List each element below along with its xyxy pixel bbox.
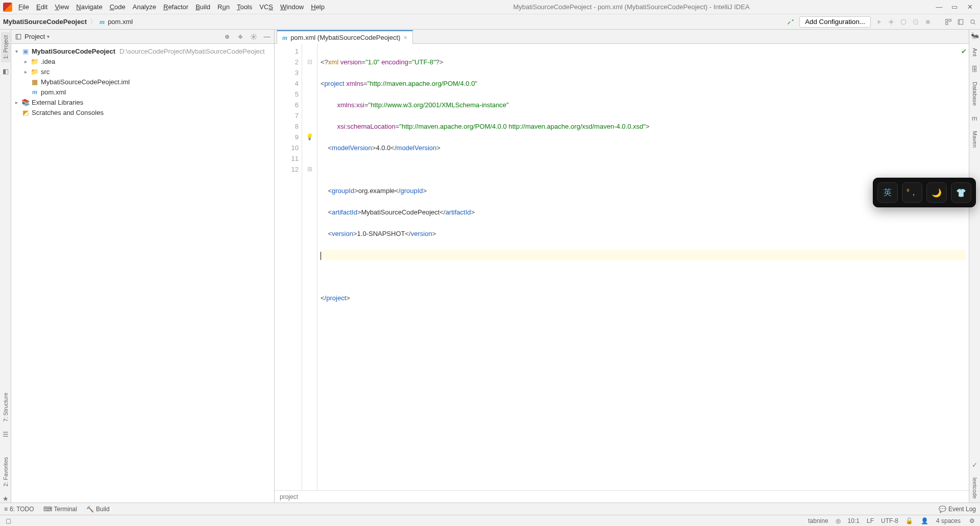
- menu-view[interactable]: View: [52, 2, 72, 12]
- menu-navigate[interactable]: Navigate: [73, 2, 105, 12]
- profile-icon[interactable]: [912, 18, 920, 26]
- status-eol[interactable]: LF: [867, 517, 874, 524]
- ide-settings-icon[interactable]: [957, 18, 965, 26]
- svg-point-0: [890, 20, 893, 23]
- inspection-ok-icon[interactable]: ✔: [961, 46, 967, 57]
- debug-icon[interactable]: [887, 18, 895, 26]
- tree-external-libs[interactable]: ▸ 📚 External Libraries: [11, 97, 274, 107]
- ime-punct-button[interactable]: °，: [902, 182, 922, 203]
- menu-tools[interactable]: Tools: [234, 2, 255, 12]
- fold-handle-icon[interactable]: ⊟: [302, 57, 317, 67]
- fold-gutter[interactable]: ⊟ 💡 ⊞: [302, 44, 317, 490]
- build-hammer-icon[interactable]: [787, 18, 795, 26]
- inspect-icon[interactable]: 👤: [921, 517, 929, 525]
- current-line: [321, 250, 966, 260]
- menu-refactor[interactable]: Refactor: [160, 2, 191, 12]
- project-view-label: Project: [24, 33, 45, 40]
- add-configuration-button[interactable]: Add Configuration...: [799, 16, 871, 28]
- lock-icon[interactable]: 🔓: [905, 517, 914, 525]
- tree-item-pom[interactable]: m pom.xml: [11, 87, 274, 97]
- window-close-button[interactable]: ✕: [966, 3, 974, 11]
- tree-item-src[interactable]: ▸ 📁 src: [11, 66, 274, 77]
- breadcrumb: MybatiSourceCodePeoject 〉 m pom.xml: [3, 17, 133, 27]
- rail-favorites[interactable]: 2: Favorites: [1, 453, 10, 490]
- menu-code[interactable]: Code: [107, 2, 129, 12]
- libraries-icon: 📚: [21, 99, 30, 106]
- tree-item-label: Scratches and Consoles: [32, 109, 104, 116]
- rail-ant[interactable]: Ant: [970, 44, 979, 60]
- expand-arrow-icon[interactable]: ▸: [13, 100, 19, 105]
- settings-gear-icon[interactable]: [250, 33, 258, 41]
- svg-point-7: [971, 19, 974, 23]
- breadcrumb-separator: 〉: [90, 17, 96, 27]
- toolwindows-toggle-icon[interactable]: ▢: [4, 517, 12, 525]
- rail-project[interactable]: 1: Project: [1, 32, 10, 62]
- status-gear-icon[interactable]: ⚙: [968, 517, 976, 525]
- rail-leetcode[interactable]: leetcode: [970, 474, 979, 503]
- status-bar: ▢ tabnine ◎ 10:1 LF UTF-8 🔓 👤 4 spaces ⚙: [0, 515, 980, 526]
- menu-build[interactable]: Build: [192, 2, 213, 12]
- expand-arrow-icon[interactable]: ▾: [13, 49, 19, 54]
- left-tool-rail: 1: Project ◧ 7: Structure ☰ 2: Favorites…: [0, 30, 11, 503]
- menu-edit[interactable]: Edit: [33, 2, 51, 12]
- toolwin-todo[interactable]: ≡ 6: TODO: [4, 506, 34, 513]
- window-maximize-button[interactable]: ▭: [950, 3, 959, 11]
- breadcrumb-file[interactable]: pom.xml: [108, 18, 133, 26]
- rail-database[interactable]: Database: [970, 78, 979, 109]
- ime-overlay[interactable]: 英 °， 🌙 👕: [873, 178, 976, 207]
- locate-icon[interactable]: [223, 33, 231, 41]
- search-everywhere-icon[interactable]: [969, 18, 977, 26]
- toolwin-build[interactable]: 🔨 Build: [86, 506, 110, 513]
- code-editor[interactable]: <?xml version="1.0" encoding="UTF-8"?> <…: [317, 44, 969, 490]
- coverage-icon[interactable]: [899, 18, 908, 26]
- status-indent[interactable]: 4 spaces: [936, 517, 961, 524]
- ime-lang-button[interactable]: 英: [877, 182, 898, 203]
- rail-structure[interactable]: 7: Structure: [1, 389, 10, 425]
- expand-arrow-icon[interactable]: ▸: [22, 69, 29, 75]
- ime-moon-button[interactable]: 🌙: [926, 182, 947, 203]
- toolwin-eventlog[interactable]: 💬 Event Log: [939, 506, 976, 513]
- menu-help[interactable]: Help: [308, 2, 328, 12]
- hide-panel-icon[interactable]: —: [263, 33, 271, 41]
- tree-scratches[interactable]: ◩ Scratches and Consoles: [11, 107, 274, 117]
- project-tree[interactable]: ▾ ▣ MybatiSourceCodePeoject D:\sourceCod…: [11, 44, 274, 503]
- build-icon: 🔨: [86, 506, 94, 513]
- fold-handle-icon[interactable]: ⊞: [302, 164, 317, 175]
- close-tab-icon[interactable]: ×: [403, 34, 407, 41]
- right-tool-rail: 🐜 Ant 🗄 Database m Maven ✓ leetcode: [969, 30, 980, 503]
- bulb-icon[interactable]: 💡: [302, 132, 317, 142]
- menu-analyze[interactable]: Analyze: [130, 2, 159, 12]
- ime-shirt-button[interactable]: 👕: [951, 182, 971, 203]
- rail-bookmark-icon[interactable]: ◧: [3, 67, 9, 75]
- menu-run[interactable]: Run: [214, 2, 233, 12]
- collapse-all-icon[interactable]: [236, 33, 244, 41]
- editor-area: m pom.xml (MybatiSourceCodePeoject) × 1 …: [275, 30, 969, 503]
- project-view-selector[interactable]: Project ▾: [14, 33, 50, 41]
- menu-vcs[interactable]: VCS: [256, 2, 276, 12]
- tree-item-idea[interactable]: ▸ 📁 .idea: [11, 56, 274, 66]
- menu-file[interactable]: File: [15, 2, 32, 12]
- todo-icon: ≡: [4, 506, 8, 513]
- editor-tab-pom[interactable]: m pom.xml (MybatiSourceCodePeoject) ×: [277, 30, 413, 44]
- status-caret-pos[interactable]: 10:1: [848, 517, 860, 524]
- maven-file-icon: m: [282, 34, 287, 42]
- status-tabnine[interactable]: tabnine: [808, 517, 828, 524]
- tree-root[interactable]: ▾ ▣ MybatiSourceCodePeoject D:\sourceCod…: [11, 46, 274, 56]
- stop-icon[interactable]: [924, 18, 932, 26]
- bottom-tool-windows: ≡ 6: TODO ⌨ Terminal 🔨 Build 💬 Event Log: [0, 503, 980, 515]
- iml-file-icon: ▦: [31, 78, 39, 86]
- menu-window[interactable]: Window: [277, 2, 307, 12]
- tree-item-label: MybatiSourceCodePeoject.iml: [41, 78, 130, 86]
- tree-item-iml[interactable]: ▦ MybatiSourceCodePeoject.iml: [11, 77, 274, 87]
- menubar: File Edit View Navigate Code Analyze Ref…: [15, 2, 328, 12]
- rail-maven[interactable]: Maven: [970, 127, 979, 151]
- window-minimize-button[interactable]: —: [935, 3, 943, 11]
- svg-point-10: [227, 36, 227, 37]
- expand-arrow-icon[interactable]: ▸: [22, 59, 29, 64]
- editor-breadcrumb[interactable]: project: [275, 490, 969, 503]
- breadcrumb-project[interactable]: MybatiSourceCodePeoject: [3, 18, 87, 26]
- run-icon[interactable]: [875, 18, 883, 26]
- status-encoding[interactable]: UTF-8: [881, 517, 898, 524]
- project-structure-icon[interactable]: [944, 18, 952, 26]
- toolwin-terminal[interactable]: ⌨ Terminal: [43, 506, 77, 513]
